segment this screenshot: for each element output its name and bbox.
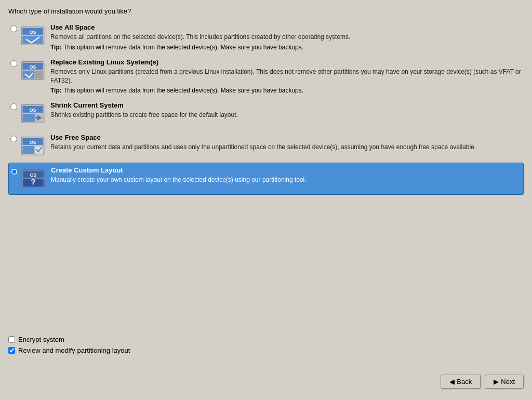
disk-full-icon: OS (20, 23, 45, 48)
option-create-custom-desc: Manually create your own custom layout o… (51, 176, 521, 184)
tip-label-2: Tip: (50, 87, 62, 94)
back-icon: ◀ (449, 378, 455, 385)
option-shrink-current-content: Shrink Current System Shrinks existing p… (50, 101, 522, 119)
option-use-all-space-title: Use All Space (50, 23, 522, 31)
disk-shrink-icon: OS (20, 101, 45, 126)
svg-rect-7 (22, 71, 34, 78)
radio-use-all-space[interactable] (10, 25, 17, 32)
option-replace-linux-content: Replace Existing Linux System(s) Removes… (50, 58, 522, 95)
option-replace-linux-desc: Removes only Linux partitions (created f… (50, 68, 522, 85)
svg-rect-18 (22, 146, 34, 154)
option-use-free-space-desc: Retains your current data and partitions… (50, 143, 522, 152)
next-button[interactable]: ▶ Next (485, 375, 524, 389)
option-replace-linux[interactable]: OS Replace Existing Linux System(s) Remo… (8, 55, 524, 98)
option-use-all-space[interactable]: OS Use All Space Removes all partitions … (8, 20, 524, 54)
svg-text:?: ? (31, 177, 35, 186)
option-shrink-current-desc: Shrinks existing partitions to create fr… (50, 111, 522, 119)
disk-free-icon: OS (20, 134, 45, 158)
tip-text-2: This option will remove data from the se… (63, 87, 303, 94)
svg-rect-8 (34, 71, 43, 78)
encrypt-system-checkbox[interactable] (8, 336, 15, 343)
bottom-buttons: ◀ Back ▶ Next (441, 375, 524, 389)
svg-rect-3 (22, 36, 43, 44)
svg-text:OS: OS (30, 108, 36, 113)
next-icon: ▶ (494, 378, 499, 385)
options-container: OS Use All Space Removes all partitions … (0, 20, 532, 195)
radio-use-free-space[interactable] (10, 136, 17, 142)
radio-shrink-current[interactable] (10, 103, 17, 110)
bottom-checkboxes: Encrypt system Review and modify partiti… (8, 336, 130, 357)
option-use-free-space[interactable]: OS Use Free Space Retains your current d… (8, 130, 524, 162)
encrypt-system-row[interactable]: Encrypt system (8, 336, 130, 343)
review-partitioning-label: Review and modify partitioning layout (18, 347, 130, 354)
encrypt-system-label: Encrypt system (18, 336, 64, 343)
tip-label: Tip: (50, 44, 62, 51)
radio-create-custom[interactable] (11, 168, 18, 175)
option-use-free-space-content: Use Free Space Retains your current data… (50, 134, 522, 152)
page-title: Which type of installation would you lik… (0, 0, 532, 20)
option-shrink-current[interactable]: OS Shrink Current System Shrinks existin… (8, 98, 524, 129)
svg-text:OS: OS (30, 30, 36, 35)
next-label: Next (501, 378, 515, 385)
back-button[interactable]: ◀ Back (441, 375, 481, 389)
option-use-free-space-title: Use Free Space (50, 134, 522, 141)
back-label: Back (457, 378, 472, 385)
tip-text: This option will remove data from the se… (63, 44, 303, 51)
option-create-custom-content: Create Custom Layout Manually create you… (51, 166, 521, 184)
review-partitioning-row[interactable]: Review and modify partitioning layout (8, 347, 130, 354)
disk-custom-icon: OS ? (21, 166, 46, 191)
option-create-custom[interactable]: OS ? Create Custom Layout Manually creat… (8, 163, 524, 195)
svg-text:OS: OS (30, 64, 36, 69)
option-shrink-current-title: Shrink Current System (50, 101, 522, 109)
svg-rect-12 (22, 114, 35, 122)
option-use-all-space-content: Use All Space Removes all partitions on … (50, 23, 522, 51)
disk-replace-icon: OS (20, 58, 45, 83)
option-use-all-space-tip: Tip: This option will remove data from t… (50, 44, 522, 51)
option-replace-linux-title: Replace Existing Linux System(s) (50, 58, 522, 66)
option-create-custom-title: Create Custom Layout (51, 166, 521, 174)
option-use-all-space-desc: Removes all partitions on the selected d… (50, 33, 522, 42)
option-replace-linux-tip: Tip: This option will remove data from t… (50, 87, 522, 94)
svg-text:OS: OS (30, 140, 36, 145)
review-partitioning-checkbox[interactable] (8, 347, 15, 354)
radio-replace-linux[interactable] (10, 60, 17, 67)
